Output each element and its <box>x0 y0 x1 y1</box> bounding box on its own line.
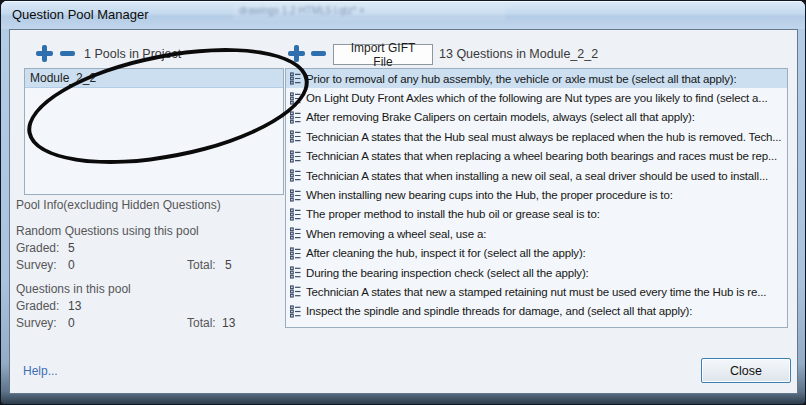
question-text: When removing a wheel seal, use a: <box>306 228 486 240</box>
question-row[interactable]: When removing a wheel seal, use a: <box>286 224 787 243</box>
add-pool-button[interactable] <box>36 45 53 62</box>
pool-total-label: Total: <box>187 316 216 330</box>
multiple-choice-icon <box>290 266 301 279</box>
question-text: During the bearing inspection check (sel… <box>306 267 589 279</box>
multiple-choice-icon <box>290 130 301 143</box>
question-text: Technician A states that when replacing … <box>306 150 777 162</box>
question-row[interactable]: Technician A states that when replacing … <box>286 147 787 166</box>
remove-pool-button[interactable] <box>60 51 75 56</box>
random-survey-label: Survey: <box>16 258 57 272</box>
question-row[interactable]: Inspect the spindle and spindle threads … <box>286 302 787 321</box>
question-text: Prior to removal of any hub assembly, th… <box>306 73 737 85</box>
question-row[interactable]: When installing new bearing cups into th… <box>286 185 787 204</box>
dialog-body: 1 Pools in Project Module_2_2 Pool Info(… <box>9 29 798 394</box>
multiple-choice-icon <box>290 227 301 240</box>
pool-survey-value: 0 <box>68 316 75 330</box>
question-pool-manager-window: drawings 1.2 HTML5 l.qtz* × Question Poo… <box>0 0 806 405</box>
background-window-ghost: drawings 1.2 HTML5 l.qtz* × <box>233 4 505 20</box>
question-row[interactable]: The proper method to install the hub oil… <box>286 205 787 224</box>
multiple-choice-icon <box>290 150 301 163</box>
question-row[interactable]: Prior to removal of any hub assembly, th… <box>286 69 787 88</box>
question-text: Technician A states that new a stamped r… <box>306 286 766 298</box>
question-text: On Light Duty Front Axles which of the f… <box>306 92 768 104</box>
import-gift-file-button[interactable]: Import GIFT File <box>333 44 433 65</box>
questions-in-pool-title: Questions in this pool <box>16 282 131 296</box>
random-graded-label: Graded: <box>16 241 59 255</box>
pool-survey-label: Survey: <box>16 316 57 330</box>
questions-count-label: 13 Questions in Module_2_2 <box>439 47 598 61</box>
question-list: Prior to removal of any hub assembly, th… <box>285 68 788 328</box>
pool-info-title: Pool Info(excluding Hidden Questions) <box>16 198 221 212</box>
help-link[interactable]: Help... <box>23 364 58 378</box>
question-text: After cleaning the hub, inspect it for (… <box>306 247 586 259</box>
question-row[interactable]: After cleaning the hub, inspect it for (… <box>286 244 787 263</box>
question-row[interactable]: Technician A states that new a stamped r… <box>286 282 787 301</box>
question-row[interactable]: Technician A states that the Hub seal mu… <box>286 127 787 146</box>
pool-total-value: 13 <box>222 316 235 330</box>
screen: drawings 1.2 HTML5 l.qtz* × Question Poo… <box>0 0 806 405</box>
pool-graded-label: Graded: <box>16 299 59 313</box>
multiple-choice-icon <box>290 169 301 182</box>
random-questions-title: Random Questions using this pool <box>16 224 199 238</box>
question-text: After removing Brake Calipers on certain… <box>306 111 695 123</box>
question-row[interactable]: On Light Duty Front Axles which of the f… <box>286 88 787 107</box>
random-graded-value: 5 <box>68 241 75 255</box>
question-row[interactable]: During the bearing inspection check (sel… <box>286 263 787 282</box>
multiple-choice-icon <box>290 285 301 298</box>
multiple-choice-icon <box>290 189 301 202</box>
random-total-label: Total: <box>187 258 216 272</box>
multiple-choice-icon <box>290 247 301 260</box>
multiple-choice-icon <box>290 208 301 221</box>
remove-question-button[interactable] <box>311 51 326 56</box>
random-total-value: 5 <box>225 258 232 272</box>
add-question-button[interactable] <box>288 45 305 62</box>
title-bar[interactable]: drawings 1.2 HTML5 l.qtz* × Question Poo… <box>1 1 805 29</box>
question-text: When installing new bearing cups into th… <box>306 189 673 201</box>
question-text: The proper method to install the hub oil… <box>306 208 600 220</box>
question-text: Technician A states that the Hub seal mu… <box>306 131 781 143</box>
question-text: Inspect the spindle and spindle threads … <box>306 305 692 317</box>
multiple-choice-icon <box>290 305 301 318</box>
pool-graded-value: 13 <box>68 299 81 313</box>
close-button[interactable]: Close <box>701 358 791 383</box>
question-row[interactable]: Technician A states that when installing… <box>286 166 787 185</box>
question-text: Technician A states that when installing… <box>306 170 768 182</box>
pool-list-item[interactable]: Module_2_2 <box>25 69 283 88</box>
random-survey-value: 0 <box>68 258 75 272</box>
multiple-choice-icon <box>290 111 301 124</box>
multiple-choice-icon <box>290 92 301 105</box>
multiple-choice-icon <box>290 72 301 85</box>
window-title: Question Pool Manager <box>12 7 149 22</box>
pool-list: Module_2_2 <box>24 68 284 195</box>
pools-count-label: 1 Pools in Project <box>84 47 181 61</box>
question-row[interactable]: After removing Brake Calipers on certain… <box>286 108 787 127</box>
